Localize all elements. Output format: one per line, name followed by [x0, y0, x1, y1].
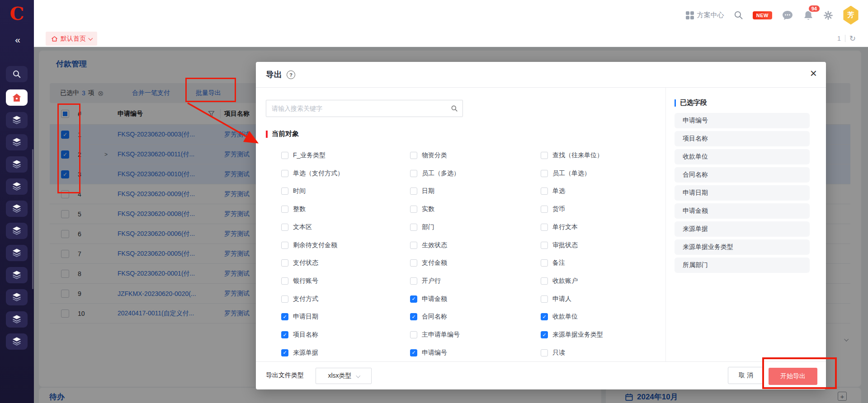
field-checkbox[interactable]: ✓ — [410, 295, 417, 303]
export-field-option[interactable]: ✓申请金额 — [410, 295, 447, 304]
sidebar-menu-item[interactable] — [6, 267, 28, 283]
sidebar-menu-item[interactable] — [6, 201, 28, 217]
export-field-option[interactable]: 单选（支付方式） — [281, 169, 344, 178]
field-checkbox[interactable] — [410, 187, 417, 195]
field-checkbox[interactable] — [410, 206, 417, 213]
field-checkbox[interactable]: ✓ — [541, 331, 548, 338]
field-checkbox[interactable] — [541, 295, 548, 303]
selected-field-pill[interactable]: 来源单据业务类型 — [675, 239, 810, 255]
field-checkbox[interactable] — [541, 187, 548, 195]
field-checkbox[interactable]: ✓ — [281, 313, 288, 320]
export-field-option[interactable]: ✓合同名称 — [410, 312, 447, 321]
export-field-option[interactable]: 备注 — [541, 258, 565, 267]
sidebar-search-button[interactable] — [6, 66, 28, 82]
field-checkbox[interactable] — [541, 259, 548, 267]
export-field-option[interactable]: 审批状态 — [541, 241, 578, 250]
avatar[interactable]: 芳 — [843, 6, 859, 25]
field-checkbox[interactable] — [281, 295, 288, 303]
export-field-option[interactable]: 银行账号 — [281, 276, 318, 286]
field-checkbox[interactable] — [541, 349, 548, 356]
sidebar-menu-item[interactable] — [6, 134, 28, 150]
cancel-button[interactable]: 取 消 — [728, 367, 764, 384]
export-field-option[interactable]: 支付状态 — [281, 258, 318, 267]
field-checkbox[interactable] — [541, 152, 548, 159]
field-checkbox[interactable] — [410, 331, 417, 338]
field-checkbox[interactable] — [541, 277, 548, 285]
export-field-option[interactable]: 申请人 — [541, 295, 571, 304]
export-field-option[interactable]: 物资分类 — [410, 151, 447, 160]
selected-field-pill[interactable]: 所属部门 — [675, 258, 810, 273]
export-field-option[interactable]: 收款账户 — [541, 276, 578, 286]
field-checkbox[interactable] — [281, 242, 288, 249]
search-icon[interactable] — [734, 10, 743, 20]
field-checkbox[interactable] — [410, 242, 417, 249]
selected-field-pill[interactable]: 来源单据 — [675, 221, 810, 237]
export-field-option[interactable]: 生效状态 — [410, 241, 447, 250]
refresh-icon[interactable]: ↻ — [849, 34, 856, 43]
field-checkbox[interactable] — [281, 277, 288, 285]
export-field-option[interactable]: 日期 — [410, 187, 434, 196]
export-field-option[interactable]: ✓来源单据 — [281, 348, 318, 357]
export-field-option[interactable]: 实数 — [410, 205, 434, 214]
close-icon[interactable]: × — [810, 67, 817, 79]
field-checkbox[interactable] — [541, 170, 548, 177]
export-field-option[interactable]: ✓收款单位 — [541, 312, 578, 321]
field-checkbox[interactable]: ✓ — [410, 313, 417, 320]
export-field-option[interactable]: ✓申请编号 — [410, 348, 447, 357]
field-checkbox[interactable] — [281, 224, 288, 231]
selected-field-pill[interactable]: 合同名称 — [675, 167, 810, 183]
sidebar-menu-item[interactable] — [6, 112, 28, 128]
sidebar-home-button[interactable] — [6, 89, 28, 106]
export-field-option[interactable]: 时间 — [281, 187, 306, 196]
export-field-option[interactable]: 员工（多选） — [410, 169, 460, 178]
field-checkbox[interactable] — [541, 224, 548, 231]
scheme-center-button[interactable]: 方案中心 — [686, 11, 724, 19]
field-checkbox[interactable] — [281, 187, 288, 195]
export-field-option[interactable]: 部门 — [410, 223, 434, 232]
field-checkbox[interactable] — [410, 277, 417, 285]
start-export-button[interactable]: 开始导出 — [769, 368, 817, 385]
collapse-sidebar-button[interactable]: « — [0, 34, 34, 45]
field-checkbox[interactable]: ✓ — [281, 349, 288, 356]
field-checkbox[interactable] — [281, 152, 288, 159]
export-field-option[interactable]: 货币 — [541, 205, 565, 214]
export-field-option[interactable]: 文本区 — [281, 223, 312, 232]
notifications-button[interactable]: 94 — [803, 10, 814, 21]
export-field-option[interactable]: 剩余待支付金额 — [281, 241, 337, 250]
sidebar-menu-item[interactable] — [6, 311, 28, 328]
file-type-select[interactable]: xlsx类型 — [316, 368, 372, 384]
selected-field-pill[interactable]: 收款单位 — [675, 149, 810, 164]
sidebar-menu-item[interactable] — [6, 245, 28, 261]
chat-icon[interactable] — [782, 10, 793, 21]
field-checkbox[interactable] — [410, 152, 417, 159]
field-checkbox[interactable] — [410, 170, 417, 177]
export-field-option[interactable]: 开户行 — [410, 276, 441, 286]
export-field-option[interactable]: ✓申请日期 — [281, 312, 318, 321]
field-checkbox[interactable]: ✓ — [541, 313, 548, 320]
sidebar-menu-item[interactable] — [6, 289, 28, 305]
app-logo[interactable]: C — [0, 3, 34, 24]
selected-field-pill[interactable]: 项目名称 — [675, 131, 810, 146]
sidebar-menu-item[interactable] — [6, 156, 28, 173]
sidebar-menu-item[interactable] — [6, 223, 28, 239]
export-field-option[interactable]: 单行文本 — [541, 223, 578, 232]
gear-icon[interactable] — [823, 10, 833, 20]
export-field-option[interactable]: 支付金额 — [410, 258, 447, 267]
sidebar-scrollbar[interactable] — [32, 149, 33, 289]
selected-field-pill[interactable]: 申请金额 — [675, 203, 810, 219]
selected-field-pill[interactable]: 申请编号 — [675, 113, 810, 128]
field-checkbox[interactable] — [281, 259, 288, 267]
sidebar-menu-item[interactable] — [6, 178, 28, 195]
field-checkbox[interactable] — [541, 242, 548, 249]
field-checkbox[interactable] — [410, 259, 417, 267]
selected-field-pill[interactable]: 申请日期 — [675, 185, 810, 201]
export-field-option[interactable]: F_业务类型 — [281, 151, 326, 160]
new-badge[interactable]: NEW — [753, 11, 772, 19]
export-field-option[interactable]: 支付方式 — [281, 295, 318, 304]
field-checkbox[interactable] — [281, 206, 288, 213]
field-checkbox[interactable] — [541, 206, 548, 213]
export-field-option[interactable]: 只读 — [541, 348, 565, 357]
export-field-option[interactable]: 单选 — [541, 187, 565, 196]
sidebar-menu-item[interactable] — [6, 333, 28, 350]
field-checkbox[interactable]: ✓ — [410, 349, 417, 356]
